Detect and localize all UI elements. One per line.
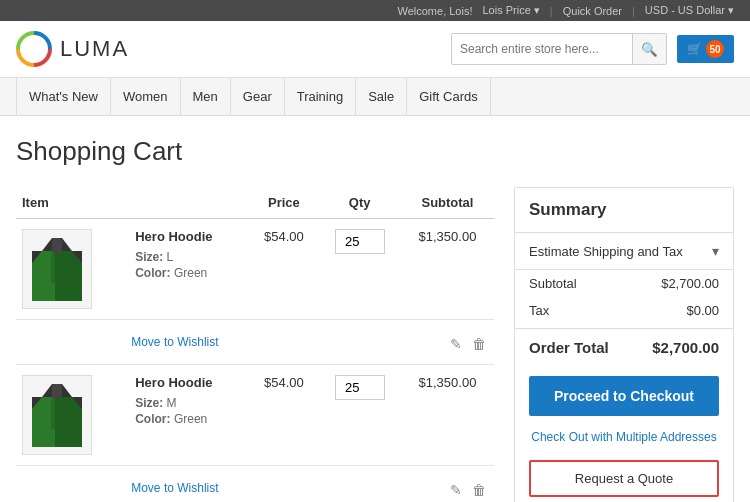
edit-item-button-2[interactable]: ✎	[448, 480, 464, 500]
wishlist-and-actions-2: Move to Wishlist ✎ 🗑	[131, 476, 488, 500]
item-price-2: $54.00	[249, 365, 318, 466]
item-actions-2: ✎ 🗑	[448, 476, 488, 500]
item-size-2: Size: M	[135, 396, 243, 410]
chevron-down-icon	[712, 243, 719, 259]
item-subtotal-2: $1,350.00	[401, 365, 494, 466]
item-qty-input-2[interactable]	[335, 375, 385, 400]
move-wishlist-link-2[interactable]: Move to Wishlist	[131, 481, 218, 495]
search-button[interactable]: 🔍	[632, 34, 666, 64]
svg-rect-16	[51, 399, 63, 429]
logo-area: LUMA	[16, 31, 129, 67]
summary-box: Summary Estimate Shipping and Tax Subtot…	[514, 187, 734, 502]
user-menu[interactable]: Lois Price ▾	[482, 4, 539, 17]
item-actions-1: ✎ 🗑	[448, 330, 488, 354]
item-info-cell-2: Hero Hoodie Size: M Color: Green	[125, 365, 249, 466]
tax-value: $0.00	[686, 303, 719, 318]
cart-icon: 🛒	[687, 42, 702, 56]
nav-men[interactable]: Men	[181, 78, 231, 116]
wishlist-actions-row-2: Move to Wishlist ✎ 🗑	[16, 466, 494, 503]
item-name: Hero Hoodie	[135, 229, 243, 244]
header-right: 🔍 🛒 50	[451, 33, 734, 65]
proceed-to-checkout-button[interactable]: Proceed to Checkout	[529, 376, 719, 416]
move-wishlist-link-1[interactable]: Move to Wishlist	[131, 335, 218, 349]
currency-selector[interactable]: USD - US Dollar ▾	[645, 4, 734, 17]
multishipping-section: Check Out with Multiple Addresses	[515, 426, 733, 454]
cart-main: Item Price Qty Subtotal	[16, 187, 494, 502]
item-subtotal: $1,350.00	[401, 219, 494, 320]
tax-label: Tax	[529, 303, 549, 318]
svg-rect-15	[52, 384, 62, 399]
order-total-row: Order Total $2,700.00	[515, 328, 733, 366]
hoodie-image-icon	[27, 233, 87, 305]
nav-sale[interactable]: Sale	[356, 78, 407, 116]
cart-button[interactable]: 🛒 50	[677, 35, 734, 63]
nav-whats-new[interactable]: What's New	[16, 78, 111, 116]
svg-rect-8	[51, 253, 63, 283]
order-total-value: $2,700.00	[652, 339, 719, 356]
delete-item-button-1[interactable]: 🗑	[470, 334, 488, 354]
item-color: Color: Green	[135, 266, 243, 280]
luma-logo-icon	[16, 31, 52, 67]
item-price: $54.00	[249, 219, 318, 320]
order-total-label: Order Total	[529, 339, 609, 356]
subtotal-label: Subtotal	[529, 276, 577, 291]
item-qty-input[interactable]	[335, 229, 385, 254]
subtotal-value: $2,700.00	[661, 276, 719, 291]
nav-training[interactable]: Training	[285, 78, 356, 116]
table-row: Hero Hoodie Size: M Color: Green	[16, 365, 494, 466]
top-bar: Welcome, Lois! Lois Price ▾ | Quick Orde…	[0, 0, 750, 21]
table-row: Hero Hoodie Size: L Color: Green	[16, 219, 494, 320]
item-name-2: Hero Hoodie	[135, 375, 243, 390]
search-box: 🔍	[451, 33, 667, 65]
welcome-text: Welcome, Lois!	[397, 5, 472, 17]
site-header: LUMA 🔍 🛒 50	[0, 21, 750, 78]
item-info-2: Hero Hoodie Size: M Color: Green	[131, 375, 243, 426]
item-qty-cell	[318, 219, 401, 320]
request-quote-button[interactable]: Request a Quote	[529, 460, 719, 497]
item-info: Hero Hoodie Size: L Color: Green	[131, 229, 243, 280]
cart-summary: Summary Estimate Shipping and Tax Subtot…	[514, 187, 734, 502]
quick-order-link[interactable]: Quick Order	[563, 5, 622, 17]
summary-title: Summary	[515, 188, 733, 233]
subtotal-row: Subtotal $2,700.00	[515, 270, 733, 297]
item-image	[22, 229, 92, 309]
wishlist-actions-row-1: Move to Wishlist ✎ 🗑	[16, 320, 494, 365]
multishipping-link[interactable]: Check Out with Multiple Addresses	[531, 430, 716, 444]
col-qty: Qty	[318, 187, 401, 219]
col-price: Price	[249, 187, 318, 219]
cart-layout: Item Price Qty Subtotal	[16, 187, 734, 502]
nav-gear[interactable]: Gear	[231, 78, 285, 116]
page-content: Shopping Cart Item Price Qty Subtotal	[0, 116, 750, 502]
item-info-cell: Hero Hoodie Size: L Color: Green	[125, 219, 249, 320]
tax-row: Tax $0.00	[515, 297, 733, 324]
item-image-cell	[16, 219, 125, 320]
wishlist-and-actions-1: Move to Wishlist ✎ 🗑	[131, 330, 488, 354]
nav-gift-cards[interactable]: Gift Cards	[407, 78, 491, 116]
logo-text: LUMA	[60, 36, 129, 62]
cart-table: Item Price Qty Subtotal	[16, 187, 494, 502]
estimate-shipping-toggle[interactable]: Estimate Shipping and Tax	[515, 233, 733, 270]
hoodie-image-2-icon	[27, 379, 87, 451]
page-title: Shopping Cart	[16, 136, 734, 167]
edit-item-button-1[interactable]: ✎	[448, 334, 464, 354]
item-color-2: Color: Green	[135, 412, 243, 426]
svg-rect-7	[52, 238, 62, 253]
item-image-2	[22, 375, 92, 455]
cart-table-header: Item Price Qty Subtotal	[16, 187, 494, 219]
col-subtotal: Subtotal	[401, 187, 494, 219]
col-item: Item	[16, 187, 249, 219]
item-qty-cell-2	[318, 365, 401, 466]
main-nav: What's New Women Men Gear Training Sale …	[0, 78, 750, 116]
item-image-cell-2	[16, 365, 125, 466]
item-size: Size: L	[135, 250, 243, 264]
nav-women[interactable]: Women	[111, 78, 181, 116]
search-input[interactable]	[452, 42, 632, 56]
delete-item-button-2[interactable]: 🗑	[470, 480, 488, 500]
shipping-label: Estimate Shipping and Tax	[529, 244, 683, 259]
cart-badge: 50	[706, 40, 724, 58]
